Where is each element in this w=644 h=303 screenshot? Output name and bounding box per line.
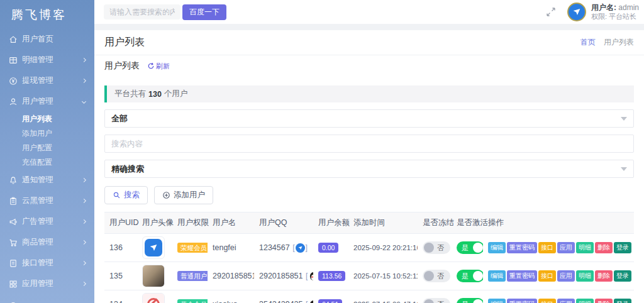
delete-button[interactable]: 删除 [595,299,613,303]
sidebar-item-goods-mgmt[interactable]: 商品管理 [0,232,94,253]
toggle-label: 是 [462,300,469,303]
user-avatar [142,236,165,259]
col-header-time: 添加时间 [348,212,418,234]
api-button[interactable]: 接口 [538,242,556,253]
login-button[interactable]: 登录 [614,299,631,303]
user-avatar[interactable] [567,3,586,21]
sidebar-item-user-mgmt[interactable]: 用户管理 [0,91,94,112]
baidu-search-button[interactable]: 百度一下 [182,4,226,20]
detail-button[interactable]: 明细 [576,270,594,282]
login-button[interactable]: 登录 [614,270,631,282]
edit-button[interactable]: 编辑 [488,299,506,303]
search-button[interactable]: 搜索 [104,186,148,204]
sidebar-item-api-mgmt[interactable]: 接口管理 [0,253,94,273]
active-toggle[interactable]: 是 [457,298,483,303]
sidebar-item-user-home[interactable]: 用户首页 [0,29,94,50]
detail-button[interactable]: 明细 [576,242,594,253]
delete-button[interactable]: 删除 [595,270,613,282]
table-row: 134 黄金会员 xiaoluo 3542429425 [] 64.51 202… [104,290,634,303]
edit-button[interactable]: 编辑 [488,242,506,253]
page-title: 用户列表 [104,36,145,49]
sidebar-subitem-add-user[interactable]: 添加用户 [0,126,94,141]
dropdown-arrow-icon [621,117,627,121]
col-header-frozen: 是否冻结 [418,212,452,234]
refresh-link[interactable]: 刷新 [147,62,170,71]
breadcrumb: 首页 用户列表 [580,37,634,48]
baidu-search-input[interactable] [104,4,180,19]
sidebar-item-detail-mgmt[interactable]: 明细管理 [0,50,94,70]
fullscreen-expand-icon[interactable] [546,7,556,17]
sidebar-item-blacklist-mgmt[interactable]: 云黑管理 [0,190,94,211]
card-body: 平台共有 130 个用户 全部 精确搜索 [94,77,644,303]
cell-uid: 134 [104,290,137,303]
user-avatar [142,265,165,287]
frozen-toggle[interactable]: 否 [423,270,450,282]
frozen-toggle[interactable]: 否 [423,241,450,254]
table-row: 135 普通用户 2920185851 2920185851 [] 113.56… [104,262,634,290]
bracket: [ [292,243,294,252]
tengfei-brand-logo-icon [296,243,305,253]
main-area: 百度一下 用户名: admin 权限: 平台站长 用户列表 首 [94,0,644,303]
cell-qq: 1234567 [] [259,243,308,253]
chevron-right-icon [82,199,86,203]
toggle-knob [473,271,483,281]
login-button[interactable]: 登录 [614,242,631,253]
home-icon [9,35,18,44]
sidebar-subitem-recharge-config[interactable]: 充值配置 [0,155,94,170]
group-filter-select[interactable]: 全部 [104,109,634,128]
sidebar-item-ad-mgmt[interactable]: 广告管理 [0,211,94,232]
detail-button[interactable]: 明细 [576,299,594,303]
sidebar-subitem-user-list[interactable]: 用户列表 [0,112,94,126]
sidebar-subitem-user-config[interactable]: 用户配置 [0,141,94,155]
add-user-button[interactable]: 添加用户 [154,186,213,204]
toggle-label: 否 [437,272,444,281]
toggle-label: 否 [437,243,444,253]
row-actions: 编辑 重置密码 接口 应用 明细 删除 登录 [488,299,629,303]
breadcrumb-home-link[interactable]: 首页 [580,38,596,47]
toggle-label: 是 [462,243,469,253]
active-toggle[interactable]: 是 [457,270,483,282]
reset-password-button[interactable]: 重置密码 [507,242,537,253]
clipboard-icon [9,197,18,206]
username-value: admin [618,3,639,12]
toggle-label: 是 [462,272,469,281]
reset-password-button[interactable]: 重置密码 [507,270,537,282]
withdraw-coin-icon [9,77,18,85]
toggle-knob [473,299,483,303]
exact-search-value: 精确搜索 [111,163,144,175]
balance-badge: 64.51 [318,299,342,303]
exact-search-select[interactable]: 精确搜索 [104,160,634,178]
api-button[interactable]: 接口 [538,299,556,303]
app-button[interactable]: 应用 [557,270,575,282]
sidebar-item-notice-mgmt[interactable]: 通知管理 [0,170,94,190]
sidebar-item-partial[interactable] [0,294,94,303]
col-header-level: 用户权限 [172,212,208,234]
app-button[interactable]: 应用 [557,299,575,303]
qq-penguin-icon [309,300,314,303]
sidebar-item-label: 广告管理 [22,216,53,227]
app-button[interactable]: 应用 [557,242,575,253]
user-avatar [142,293,165,303]
col-header-uid: 用户UID [104,212,137,234]
chevron-down-icon [82,99,86,104]
search-content-input[interactable] [111,135,627,152]
reset-password-button[interactable]: 重置密码 [507,299,537,303]
sidebar: 腾飞博客 用户首页 明细管理 提现管理 用户管理 用户列表 添加用户 用户配置 … [0,0,94,303]
brand-logo-text: 腾飞博客 [0,0,94,29]
sidebar-item-app-mgmt[interactable]: 应用管理 [0,273,94,294]
col-header-avatar: 用户头像 [137,212,172,234]
active-toggle[interactable]: 是 [457,241,483,254]
edit-button[interactable]: 编辑 [488,270,506,282]
app-window: 腾飞博客 用户首页 明细管理 提现管理 用户管理 用户列表 添加用户 用户配置 … [0,0,644,303]
chevron-right-icon [82,178,86,182]
frozen-toggle[interactable]: 否 [423,298,450,303]
megaphone-icon [9,218,18,226]
role-value: 平台站长 [609,13,636,20]
user-icon [9,97,18,106]
col-header-username: 用户名 [208,212,254,234]
sidebar-item-withdraw-mgmt[interactable]: 提现管理 [0,70,94,91]
api-button[interactable]: 接口 [538,270,556,282]
cart-icon [9,238,18,247]
chevron-right-icon [82,282,86,286]
delete-button[interactable]: 删除 [595,242,613,253]
